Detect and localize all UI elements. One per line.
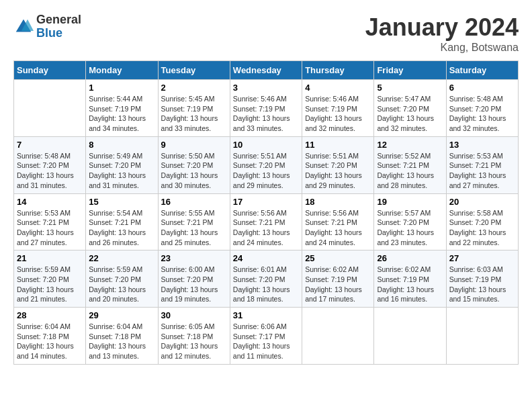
cell-date-number: 25	[305, 253, 371, 263]
cell-date-number: 2	[161, 83, 227, 93]
calendar-cell: 16Sunrise: 5:55 AMSunset: 7:21 PMDayligh…	[158, 193, 230, 250]
cell-date-number: 23	[161, 253, 227, 263]
header-day-sunday: Sunday	[14, 61, 86, 80]
cell-date-number: 7	[17, 140, 83, 150]
cell-date-number: 12	[377, 140, 443, 150]
logo-icon	[13, 17, 34, 37]
cell-date-number: 9	[161, 140, 227, 150]
cell-info: Sunrise: 6:02 AMSunset: 7:19 PMDaylight:…	[305, 265, 371, 304]
calendar-cell: 14Sunrise: 5:53 AMSunset: 7:21 PMDayligh…	[14, 193, 86, 250]
title-section: January 2024 Kang, Botswana	[365, 13, 519, 54]
calendar-cell: 22Sunrise: 5:59 AMSunset: 7:20 PMDayligh…	[86, 250, 158, 308]
cell-info: Sunrise: 5:46 AMSunset: 7:19 PMDaylight:…	[305, 94, 371, 134]
cell-info: Sunrise: 5:46 AMSunset: 7:19 PMDaylight:…	[233, 94, 299, 134]
cell-date-number: 6	[449, 83, 515, 93]
calendar-cell: 28Sunrise: 6:04 AMSunset: 7:18 PMDayligh…	[14, 308, 86, 365]
cell-date-number: 29	[89, 310, 154, 320]
cell-date-number: 24	[233, 253, 299, 263]
calendar-cell: 6Sunrise: 5:48 AMSunset: 7:20 PMDaylight…	[446, 80, 518, 137]
header-row: SundayMondayTuesdayWednesdayThursdayFrid…	[14, 61, 519, 80]
header-day-monday: Monday	[86, 61, 158, 80]
cell-info: Sunrise: 5:59 AMSunset: 7:20 PMDaylight:…	[89, 265, 154, 304]
calendar-cell: 29Sunrise: 6:04 AMSunset: 7:18 PMDayligh…	[86, 308, 158, 365]
cell-info: Sunrise: 6:04 AMSunset: 7:18 PMDaylight:…	[17, 322, 83, 361]
calendar-cell	[14, 80, 86, 137]
calendar-cell: 9Sunrise: 5:50 AMSunset: 7:20 PMDaylight…	[158, 136, 230, 193]
calendar-cell: 24Sunrise: 6:01 AMSunset: 7:20 PMDayligh…	[230, 250, 302, 308]
cell-date-number: 17	[233, 197, 299, 207]
calendar-cell: 12Sunrise: 5:52 AMSunset: 7:21 PMDayligh…	[374, 136, 446, 193]
calendar-cell: 15Sunrise: 5:54 AMSunset: 7:21 PMDayligh…	[86, 193, 158, 250]
main-title: January 2024	[365, 13, 519, 42]
cell-info: Sunrise: 5:45 AMSunset: 7:19 PMDaylight:…	[161, 94, 227, 134]
calendar-cell: 31Sunrise: 6:06 AMSunset: 7:17 PMDayligh…	[230, 308, 302, 365]
subtitle: Kang, Botswana	[365, 42, 519, 54]
cell-info: Sunrise: 5:54 AMSunset: 7:21 PMDaylight:…	[89, 208, 154, 248]
calendar-cell: 27Sunrise: 6:03 AMSunset: 7:19 PMDayligh…	[446, 250, 518, 308]
calendar-cell: 2Sunrise: 5:45 AMSunset: 7:19 PMDaylight…	[158, 80, 230, 137]
header-day-wednesday: Wednesday	[230, 61, 302, 80]
calendar-cell: 8Sunrise: 5:49 AMSunset: 7:20 PMDaylight…	[86, 136, 158, 193]
calendar-cell: 25Sunrise: 6:02 AMSunset: 7:19 PMDayligh…	[302, 250, 374, 308]
cell-info: Sunrise: 5:50 AMSunset: 7:20 PMDaylight:…	[161, 151, 227, 191]
cell-info: Sunrise: 5:44 AMSunset: 7:19 PMDaylight:…	[89, 94, 154, 134]
calendar-cell: 1Sunrise: 5:44 AMSunset: 7:19 PMDaylight…	[86, 80, 158, 137]
cell-info: Sunrise: 5:47 AMSunset: 7:20 PMDaylight:…	[377, 94, 443, 134]
cell-date-number: 11	[305, 140, 371, 150]
cell-info: Sunrise: 5:49 AMSunset: 7:20 PMDaylight:…	[89, 151, 154, 191]
cell-date-number: 21	[17, 253, 83, 263]
cell-info: Sunrise: 5:51 AMSunset: 7:20 PMDaylight:…	[233, 151, 299, 191]
cell-date-number: 10	[233, 140, 299, 150]
calendar-cell: 30Sunrise: 6:05 AMSunset: 7:18 PMDayligh…	[158, 308, 230, 365]
cell-info: Sunrise: 6:00 AMSunset: 7:20 PMDaylight:…	[161, 265, 227, 304]
cell-date-number: 15	[89, 197, 154, 207]
cell-date-number: 1	[89, 83, 154, 93]
cell-info: Sunrise: 5:52 AMSunset: 7:21 PMDaylight:…	[377, 151, 443, 191]
cell-info: Sunrise: 6:05 AMSunset: 7:18 PMDaylight:…	[161, 322, 227, 361]
logo: General Blue	[13, 13, 81, 40]
cell-date-number: 26	[377, 253, 443, 263]
cell-date-number: 13	[449, 140, 515, 150]
calendar-cell: 21Sunrise: 5:59 AMSunset: 7:20 PMDayligh…	[14, 250, 86, 308]
cell-date-number: 18	[305, 197, 371, 207]
calendar-cell	[302, 308, 374, 365]
cell-date-number: 4	[305, 83, 371, 93]
cell-info: Sunrise: 5:53 AMSunset: 7:21 PMDaylight:…	[449, 151, 515, 191]
calendar-cell: 20Sunrise: 5:58 AMSunset: 7:20 PMDayligh…	[446, 193, 518, 250]
cell-info: Sunrise: 6:01 AMSunset: 7:20 PMDaylight:…	[233, 265, 299, 304]
calendar-cell: 19Sunrise: 5:57 AMSunset: 7:20 PMDayligh…	[374, 193, 446, 250]
cell-info: Sunrise: 5:51 AMSunset: 7:20 PMDaylight:…	[305, 151, 371, 191]
cell-date-number: 27	[449, 253, 515, 263]
calendar-week-row: 14Sunrise: 5:53 AMSunset: 7:21 PMDayligh…	[14, 193, 519, 250]
calendar-cell: 18Sunrise: 5:56 AMSunset: 7:21 PMDayligh…	[302, 193, 374, 250]
cell-info: Sunrise: 5:56 AMSunset: 7:21 PMDaylight:…	[233, 208, 299, 248]
cell-date-number: 16	[161, 197, 227, 207]
calendar-week-row: 28Sunrise: 6:04 AMSunset: 7:18 PMDayligh…	[14, 308, 519, 365]
calendar-cell: 17Sunrise: 5:56 AMSunset: 7:21 PMDayligh…	[230, 193, 302, 250]
logo-blue-text: Blue	[36, 27, 81, 40]
calendar-body: 1Sunrise: 5:44 AMSunset: 7:19 PMDaylight…	[14, 80, 519, 365]
calendar-week-row: 1Sunrise: 5:44 AMSunset: 7:19 PMDaylight…	[14, 80, 519, 137]
cell-info: Sunrise: 6:03 AMSunset: 7:19 PMDaylight:…	[449, 265, 515, 304]
cell-info: Sunrise: 5:55 AMSunset: 7:21 PMDaylight:…	[161, 208, 227, 248]
cell-info: Sunrise: 6:04 AMSunset: 7:18 PMDaylight:…	[89, 322, 154, 361]
calendar-table: SundayMondayTuesdayWednesdayThursdayFrid…	[13, 60, 519, 365]
calendar-cell	[446, 308, 518, 365]
cell-date-number: 14	[17, 197, 83, 207]
calendar-header: SundayMondayTuesdayWednesdayThursdayFrid…	[14, 61, 519, 80]
calendar-cell: 3Sunrise: 5:46 AMSunset: 7:19 PMDaylight…	[230, 80, 302, 137]
cell-info: Sunrise: 6:02 AMSunset: 7:19 PMDaylight:…	[377, 265, 443, 304]
cell-date-number: 31	[233, 310, 299, 320]
header-day-thursday: Thursday	[302, 61, 374, 80]
cell-date-number: 5	[377, 83, 443, 93]
calendar-week-row: 21Sunrise: 5:59 AMSunset: 7:20 PMDayligh…	[14, 250, 519, 308]
header-day-saturday: Saturday	[446, 61, 518, 80]
header: General Blue January 2024 Kang, Botswana	[13, 13, 519, 54]
cell-info: Sunrise: 5:48 AMSunset: 7:20 PMDaylight:…	[17, 151, 83, 191]
calendar-cell: 26Sunrise: 6:02 AMSunset: 7:19 PMDayligh…	[374, 250, 446, 308]
cell-date-number: 3	[233, 83, 299, 93]
cell-info: Sunrise: 6:06 AMSunset: 7:17 PMDaylight:…	[233, 322, 299, 361]
calendar-cell: 23Sunrise: 6:00 AMSunset: 7:20 PMDayligh…	[158, 250, 230, 308]
calendar-cell	[374, 308, 446, 365]
cell-info: Sunrise: 5:58 AMSunset: 7:20 PMDaylight:…	[449, 208, 515, 248]
